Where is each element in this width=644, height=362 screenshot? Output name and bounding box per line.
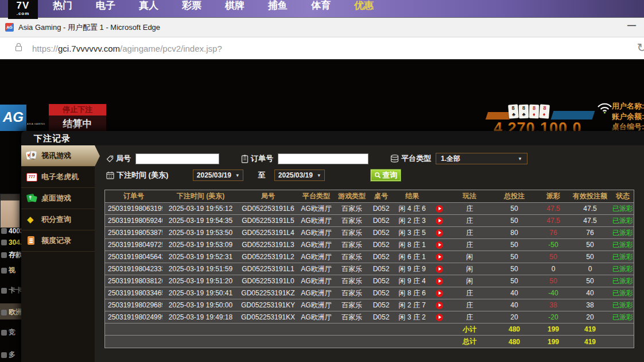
- play-video-button[interactable]: [436, 265, 443, 273]
- cell: GD052253191L1: [239, 265, 297, 273]
- nav-item-1[interactable]: 电子: [96, 0, 115, 12]
- col-header-2: 局号: [239, 191, 297, 201]
- nav-item-0[interactable]: 热门: [53, 0, 72, 12]
- calendar-icon: [106, 171, 114, 179]
- cell: 庄: [448, 228, 491, 238]
- left-strip-item-1: 304.: [1, 238, 22, 247]
- cell: 47.5: [537, 217, 569, 225]
- cell: GD052253191KZ: [239, 289, 297, 297]
- cell: 250319198033465: [105, 289, 162, 297]
- cell: 38: [537, 301, 569, 309]
- play-video-button[interactable]: [436, 229, 443, 237]
- platform-select[interactable]: 1.全部▼: [436, 153, 527, 164]
- cell: 百家乐: [335, 228, 368, 238]
- play-video-button[interactable]: [436, 278, 443, 285]
- left-strip-icon: [1, 228, 7, 234]
- cell: 50: [537, 277, 569, 285]
- cell: 76: [537, 229, 569, 237]
- cell: 50: [491, 277, 537, 285]
- sidebar-item-4[interactable]: 额度记录: [21, 230, 95, 252]
- avatar: [0, 194, 20, 228]
- play-video-button[interactable]: [436, 253, 443, 261]
- playing-card: 8♦: [529, 105, 540, 118]
- playing-card: 8♣: [508, 104, 519, 118]
- url-text[interactable]: https://gci.7vvvvvv.com/agingame/pcv2/in…: [32, 44, 222, 53]
- date-from-select[interactable]: 2025/03/19▼: [193, 170, 243, 181]
- cell: 250319198049725: [105, 241, 162, 249]
- cell: 76: [569, 229, 611, 237]
- left-strip-icon: [1, 352, 7, 358]
- sidebar-item-0[interactable]: 视讯游戏: [21, 145, 100, 167]
- play-video-button[interactable]: [436, 241, 443, 249]
- date-to-select[interactable]: 2025/03/19▼: [274, 170, 325, 181]
- nav-item-6[interactable]: 体育: [311, 0, 331, 12]
- cell: 小计: [448, 325, 491, 334]
- col-header-0: 订单号: [105, 191, 162, 201]
- modal-body: 视讯游戏电子老虎机桌面游戏积分查询额度记录 局号 订单号 平台类型 1.全部▼ …: [21, 145, 644, 362]
- cell: GD052253191KX: [239, 313, 297, 321]
- info-label-1: 账户余额:: [612, 111, 644, 122]
- cell: 2025-03-19 19:53:09: [162, 241, 239, 249]
- cell: 80: [491, 229, 537, 237]
- nav-item-5[interactable]: 捕鱼: [268, 0, 288, 12]
- bet-bar-blue: [551, 111, 595, 120]
- bet-records-table: 订单号下注时间 (美东)局号平台类型游戏类型桌号结果玩法总投注派彩有效投注额状态…: [104, 190, 634, 348]
- cell: D052: [368, 313, 394, 321]
- col-header-1: 下注时间 (美东): [162, 191, 239, 201]
- nav-item-4[interactable]: 棋牌: [225, 0, 245, 12]
- cell: 50: [569, 253, 611, 261]
- cell: 闲: [448, 252, 491, 262]
- left-strip-item-4: 卡卡: [1, 286, 22, 295]
- cell: 百家乐: [335, 313, 368, 322]
- cell: 419: [569, 338, 611, 346]
- col-header-5: 桌号: [368, 191, 394, 201]
- cell: 0: [569, 265, 611, 273]
- play-video-button[interactable]: [436, 302, 443, 309]
- to-label: 至: [258, 170, 265, 180]
- betting-records-modal: 下注记录 视讯游戏电子老虎机桌面游戏积分查询额度记录 局号 订单号 平台类型 1…: [21, 131, 644, 362]
- cell: [430, 290, 448, 297]
- cell: 闲 9 庄 4: [394, 276, 430, 286]
- play-video-button[interactable]: [436, 205, 443, 213]
- sidebar-item-1[interactable]: 电子老虎机: [21, 167, 95, 188]
- nav-item-2[interactable]: 真人: [139, 0, 158, 12]
- sidebar-item-2[interactable]: 桌面游戏: [21, 188, 95, 209]
- cell: 47.5: [569, 217, 611, 225]
- cell: GD052253191L2: [239, 253, 297, 261]
- table-row: 2503191980456422025-03-19 19:52:31GD0522…: [105, 251, 634, 263]
- site-logo[interactable]: 7V .com: [8, 0, 38, 19]
- cell: 2025-03-19 19:50:00: [162, 301, 239, 309]
- cell: AG欧洲厅: [297, 276, 335, 286]
- nav-item-3[interactable]: 彩票: [182, 0, 201, 12]
- url-domain: gci.7vvvvvv.com: [58, 44, 120, 53]
- cell: GD052253191KY: [239, 301, 297, 309]
- cell: 199: [537, 338, 569, 346]
- round-input[interactable]: [135, 153, 219, 164]
- cell: 40: [569, 289, 611, 297]
- play-video-button[interactable]: [436, 217, 443, 225]
- col-header-11: 有效投注额: [569, 191, 611, 201]
- cell: 47.5: [569, 205, 611, 213]
- search-button[interactable]: 查询: [370, 169, 401, 182]
- cell: AG欧洲厅: [297, 313, 335, 322]
- minimize-button[interactable]: —: [627, 20, 636, 30]
- cell: 50: [491, 253, 537, 261]
- order-input[interactable]: [278, 153, 368, 164]
- play-video-button[interactable]: [436, 314, 443, 321]
- cell: 2025-03-19 19:51:20: [162, 277, 239, 285]
- table-row: 2503191980249992025-03-19 19:49:18GD0522…: [105, 311, 634, 324]
- cell: [430, 253, 448, 261]
- cell: 47.5: [537, 205, 569, 213]
- cell: [430, 278, 448, 285]
- nav-item-7[interactable]: 优惠: [354, 0, 374, 12]
- cell: 2025-03-19 19:53:50: [162, 229, 239, 237]
- chevron-down-icon: ▼: [317, 173, 321, 178]
- sidebar-item-3[interactable]: 积分查询: [21, 209, 95, 230]
- left-strip-item-2: 存款: [1, 250, 22, 260]
- url-bar[interactable]: https://gci.7vvvvvv.com/agingame/pcv2/in…: [0, 37, 644, 60]
- cell: 2025-03-19 19:49:18: [162, 313, 239, 321]
- reload-icon[interactable]: ↻: [637, 41, 644, 55]
- cell: 庄: [448, 288, 491, 298]
- cell: -20: [537, 313, 569, 321]
- play-video-button[interactable]: [436, 290, 443, 297]
